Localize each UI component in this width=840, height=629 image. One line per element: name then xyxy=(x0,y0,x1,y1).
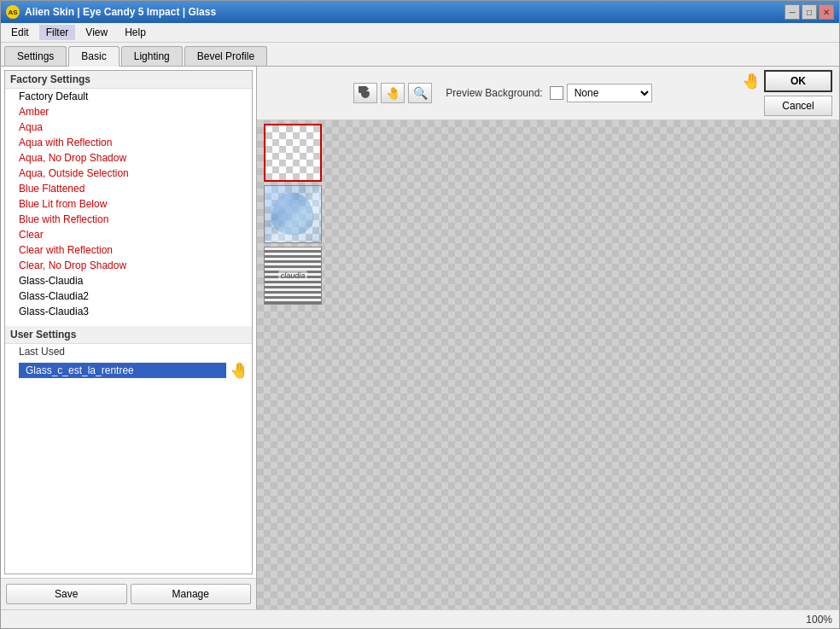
preview-thumbnails: claudia xyxy=(264,124,322,305)
tab-settings[interactable]: Settings xyxy=(4,46,67,66)
preset-glass-claudia3[interactable]: Glass-Claudia3 xyxy=(5,304,252,319)
save-button[interactable]: Save xyxy=(6,584,127,604)
tab-basic[interactable]: Basic xyxy=(68,46,119,67)
preset-blue-reflection[interactable]: Blue with Reflection xyxy=(5,212,252,227)
ok-button-container: 🤚 OK xyxy=(742,70,832,92)
toolbar-right: 🤚 🔍 Preview Background: None xyxy=(353,83,651,103)
preview-background-label: Preview Background: xyxy=(446,87,542,99)
preset-amber[interactable]: Amber xyxy=(5,104,252,119)
view-tool-buttons: 🤚 🔍 xyxy=(353,83,432,103)
preview-area: claudia xyxy=(257,120,839,609)
manage-button[interactable]: Manage xyxy=(131,584,252,604)
preset-glass-claudia[interactable]: Glass-Claudia xyxy=(5,273,252,288)
preset-aqua[interactable]: Aqua xyxy=(5,119,252,135)
selected-arrow-icon: 🤚 xyxy=(230,361,248,380)
app-icon: AS xyxy=(6,5,20,19)
last-used-label: Last Used xyxy=(5,344,252,359)
refresh-button[interactable] xyxy=(353,83,377,103)
preview-bg-dropdown: None xyxy=(550,84,652,102)
factory-settings-header: Factory Settings xyxy=(5,71,252,89)
preset-aqua-outside[interactable]: Aqua, Outside Selection xyxy=(5,166,252,181)
tab-bevel-profile[interactable]: Bevel Profile xyxy=(184,46,267,66)
menu-edit[interactable]: Edit xyxy=(4,25,36,40)
ok-button[interactable]: OK xyxy=(764,70,832,92)
thumb-after[interactable] xyxy=(264,185,322,243)
preset-clear[interactable]: Clear xyxy=(5,227,252,242)
ok-arrow-icon: 🤚 xyxy=(742,72,761,90)
color-swatch xyxy=(550,86,563,100)
preset-aqua-no-drop[interactable]: Aqua, No Drop Shadow xyxy=(5,150,252,166)
zoom-level: 100% xyxy=(806,614,832,626)
menu-view[interactable]: View xyxy=(79,25,114,40)
hand-tool-button[interactable]: 🤚 xyxy=(381,83,405,103)
presets-list[interactable]: Factory Settings Factory Default Amber A… xyxy=(4,70,253,574)
title-bar-controls: ─ □ ✕ xyxy=(785,4,834,20)
preset-factory-default[interactable]: Factory Default xyxy=(5,89,252,104)
cancel-button[interactable]: Cancel xyxy=(764,96,832,116)
bg-select[interactable]: None xyxy=(567,84,652,102)
main-window: AS Alien Skin | Eye Candy 5 Impact | Gla… xyxy=(0,0,840,629)
claudia-label: claudia xyxy=(278,271,308,281)
preset-glass-c-est[interactable]: Glass_c_est_la_rentree xyxy=(19,363,226,378)
tab-lighting[interactable]: Lighting xyxy=(121,46,183,66)
right-panel: 🤚 🔍 Preview Background: None xyxy=(257,67,839,609)
presets-list-container: Factory Settings Factory Default Amber A… xyxy=(1,67,256,578)
menu-filter[interactable]: Filter xyxy=(39,25,76,40)
close-button[interactable]: ✕ xyxy=(819,4,834,20)
thumb-claudia[interactable]: claudia xyxy=(264,247,322,305)
preset-glass-claudia2[interactable]: Glass-Claudia2 xyxy=(5,288,252,304)
preset-clear-no-drop[interactable]: Clear, No Drop Shadow xyxy=(5,258,252,273)
status-bar: 100% xyxy=(1,609,839,628)
main-content: Factory Settings Factory Default Amber A… xyxy=(1,67,839,609)
preset-clear-reflection[interactable]: Clear with Reflection xyxy=(5,242,252,258)
minimize-button[interactable]: ─ xyxy=(785,4,800,20)
title-bar: AS Alien Skin | Eye Candy 5 Impact | Gla… xyxy=(1,1,839,23)
bottom-buttons: Save Manage xyxy=(1,578,256,609)
maximize-button[interactable]: □ xyxy=(802,4,817,20)
title-bar-left: AS Alien Skin | Eye Candy 5 Impact | Gla… xyxy=(6,5,216,19)
preset-blue-lit[interactable]: Blue Lit from Below xyxy=(5,196,252,212)
tabs-bar: Settings Basic Lighting Bevel Profile xyxy=(1,43,839,67)
user-settings-header: User Settings xyxy=(5,326,252,344)
preset-aqua-reflection[interactable]: Aqua with Reflection xyxy=(5,135,252,150)
menu-bar: Edit Filter View Help xyxy=(1,23,839,43)
thumb-before[interactable] xyxy=(264,124,322,182)
menu-help[interactable]: Help xyxy=(118,25,153,40)
ok-cancel-area: 🤚 OK Cancel xyxy=(742,70,832,116)
zoom-tool-button[interactable]: 🔍 xyxy=(408,83,432,103)
preset-blue-flattened[interactable]: Blue Flattened xyxy=(5,181,252,196)
window-title: Alien Skin | Eye Candy 5 Impact | Glass xyxy=(25,6,216,18)
left-panel: Factory Settings Factory Default Amber A… xyxy=(1,67,257,609)
